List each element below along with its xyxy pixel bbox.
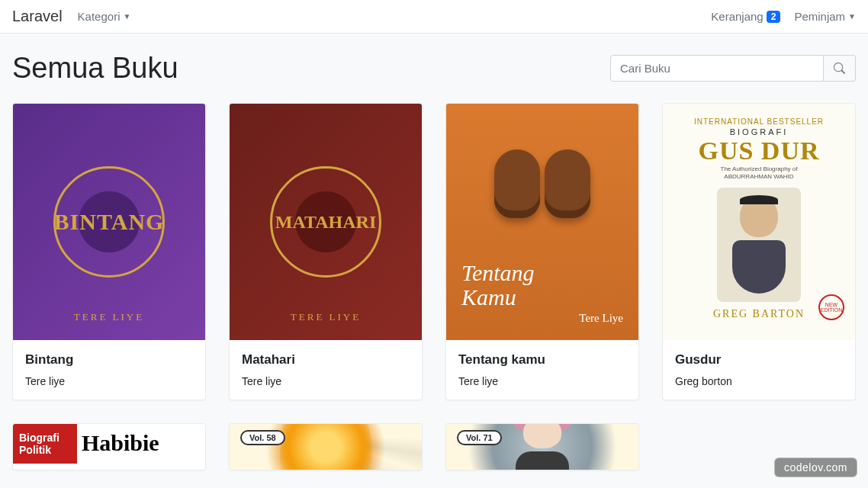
search-icon	[834, 63, 845, 74]
search-button[interactable]	[824, 55, 856, 82]
cover-sub2-text: ABDURRAHMAN WAHID	[724, 173, 793, 181]
main-container: Semua Buku BINTANG TERE LIYE Bintang Ter…	[0, 34, 868, 488]
book-cover: Biografi Politik Habibie	[13, 424, 205, 470]
cover-volume-badge: Vol. 58	[240, 430, 285, 445]
search-group	[610, 55, 856, 82]
book-cover: Vol. 58	[230, 424, 422, 470]
caret-down-icon: ▼	[848, 12, 856, 21]
cover-title-text: BINTANG	[54, 209, 165, 235]
cover-stamp: NEW EDITION	[818, 294, 844, 320]
cover-author-text: TERE LIYE	[74, 311, 144, 323]
book-title: Bintang	[25, 352, 193, 368]
cover-author-text: TERE LIYE	[291, 311, 361, 323]
cover-bestseller-text: INTERNATIONAL BESTSELLER	[694, 117, 824, 126]
card-body: Matahari Tere liye	[230, 340, 422, 400]
book-card[interactable]: Vol. 71	[445, 423, 639, 470]
cover-portrait	[717, 188, 801, 302]
card-body: Tentang kamu Tere liye	[446, 340, 638, 400]
book-cover: MATAHARI TERE LIYE	[230, 104, 422, 340]
book-card[interactable]: INTERNATIONAL BESTSELLER BIOGRAFI GUS DU…	[662, 103, 856, 400]
book-card[interactable]: Tentang Kamu Tere Liye Tentang kamu Tere…	[445, 103, 639, 400]
cover-big-text: Habibie	[82, 430, 159, 456]
kategori-dropdown[interactable]: Kategori ▼	[78, 10, 131, 23]
book-grid: BINTANG TERE LIYE Bintang Tere liye MATA…	[12, 103, 856, 470]
keranjang-badge: 2	[767, 11, 781, 23]
kategori-label: Kategori	[78, 10, 121, 23]
book-title: Gusdur	[675, 352, 843, 368]
book-cover: INTERNATIONAL BESTSELLER BIOGRAFI GUS DU…	[663, 104, 855, 340]
cover-author-text: Tere Liye	[461, 312, 623, 325]
page-title: Semua Buku	[12, 52, 178, 85]
brand-link[interactable]: Laravel	[12, 8, 63, 25]
cover-name-text: GUS DUR	[698, 136, 819, 165]
book-card[interactable]: Biografi Politik Habibie	[12, 423, 206, 470]
book-cover: Vol. 71	[446, 424, 638, 470]
card-body: Gusdur Greg borton	[663, 340, 855, 400]
header-row: Semua Buku	[12, 52, 856, 85]
peminjam-dropdown[interactable]: Peminjam ▼	[794, 10, 856, 23]
book-author: Tere liye	[242, 375, 410, 387]
book-author: Greg borton	[675, 375, 843, 387]
nav-right: Keranjang 2 Peminjam ▼	[711, 10, 856, 23]
card-body: Bintang Tere liye	[13, 340, 205, 400]
book-title: Matahari	[242, 352, 410, 368]
cover-red-box: Biografi Politik	[13, 424, 77, 464]
book-title: Tentang kamu	[458, 352, 626, 368]
book-card[interactable]: MATAHARI TERE LIYE Matahari Tere liye	[229, 103, 423, 400]
caret-down-icon: ▼	[123, 12, 130, 21]
book-cover: BINTANG TERE LIYE	[13, 104, 205, 340]
cover-biografi-text: BIOGRAFI	[730, 127, 789, 136]
search-input[interactable]	[610, 55, 824, 82]
cover-art-shoes	[494, 149, 590, 218]
cover-sub1-text: The Authorized Biography of	[721, 165, 798, 173]
navbar: Laravel Kategori ▼ Keranjang 2 Peminjam …	[0, 0, 868, 34]
book-cover: Tentang Kamu Tere Liye	[446, 104, 638, 340]
book-card[interactable]: Vol. 58	[229, 423, 423, 470]
peminjam-label: Peminjam	[794, 10, 845, 23]
cover-title-text: Tentang Kamu	[461, 261, 623, 309]
book-card[interactable]: BINTANG TERE LIYE Bintang Tere liye	[12, 103, 206, 400]
cover-volume-badge: Vol. 71	[457, 430, 502, 445]
cover-title-text: MATAHARI	[275, 212, 376, 233]
cover-greg-text: GREG BARTON	[713, 308, 805, 320]
book-author: Tere liye	[458, 375, 626, 387]
book-author: Tere liye	[25, 375, 193, 387]
keranjang-label: Keranjang	[711, 10, 763, 23]
keranjang-link[interactable]: Keranjang 2	[711, 10, 780, 23]
watermark: codelov.com	[774, 458, 857, 477]
